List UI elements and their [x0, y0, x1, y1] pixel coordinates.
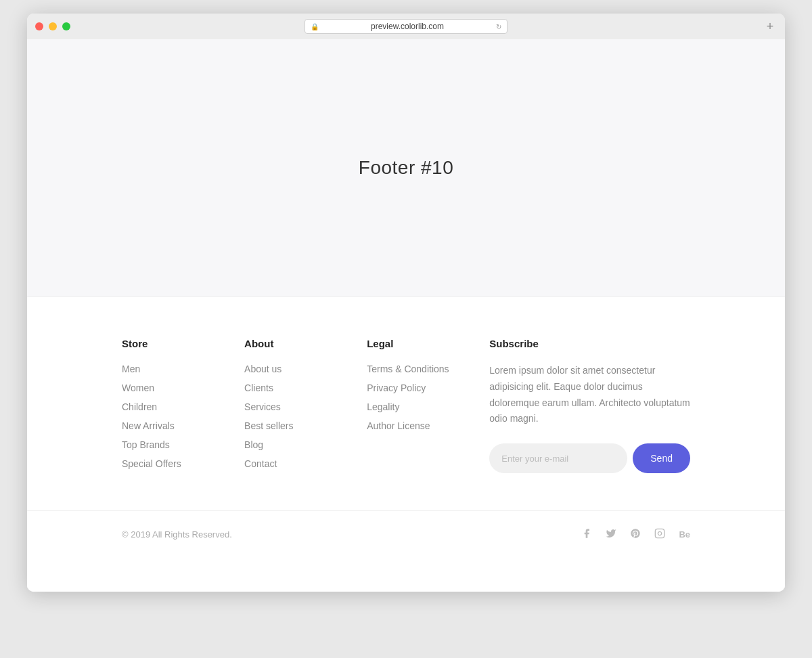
footer-bottom: © 2019 All Rights Reserved. Be — [27, 510, 785, 558]
address-bar: 🔒 preview.colorlib.com ↻ — [304, 19, 508, 34]
footer-columns: Store Men Women Children New Arrivals To… — [27, 338, 785, 477]
list-item: Special Offers — [122, 458, 244, 470]
maximize-dot[interactable] — [62, 22, 70, 30]
store-link-top-brands[interactable]: Top Brands — [122, 439, 170, 450]
about-link-about-us[interactable]: About us — [244, 364, 281, 374]
social-links: Be — [581, 528, 690, 541]
list-item: Blog — [244, 439, 367, 451]
subscribe-form: Send — [489, 443, 690, 473]
facebook-link[interactable] — [581, 528, 592, 541]
store-heading: Store — [122, 338, 244, 349]
subscribe-description: Lorem ipsum dolor sit amet consectetur a… — [489, 363, 690, 427]
footer: Store Men Women Children New Arrivals To… — [27, 297, 785, 592]
list-item: Men — [122, 363, 244, 375]
subscribe-column: Subscribe Lorem ipsum dolor sit amet con… — [489, 338, 690, 477]
about-link-services[interactable]: Services — [244, 401, 281, 412]
list-item: Women — [122, 382, 244, 394]
pinterest-link[interactable] — [630, 528, 641, 541]
svg-rect-0 — [656, 529, 664, 538]
new-tab-button[interactable]: + — [763, 20, 777, 33]
about-heading: About — [244, 338, 367, 349]
legal-links: Terms & Conditions Privacy Policy Legali… — [367, 363, 489, 432]
list-item: Legality — [367, 401, 489, 413]
list-item: Privacy Policy — [367, 382, 489, 394]
page-title: Footer #10 — [359, 157, 453, 179]
url-text: preview.colorlib.com — [321, 22, 493, 31]
about-column: About About us Clients Services Best sel… — [244, 338, 367, 477]
list-item: New Arrivals — [122, 420, 244, 432]
close-dot[interactable] — [35, 22, 43, 30]
about-link-clients[interactable]: Clients — [244, 382, 273, 393]
store-links: Men Women Children New Arrivals Top Bran… — [122, 363, 244, 470]
list-item: Best sellers — [244, 420, 367, 432]
legal-heading: Legal — [367, 338, 489, 349]
behance-link[interactable]: Be — [679, 529, 690, 540]
legal-column: Legal Terms & Conditions Privacy Policy … — [367, 338, 489, 477]
about-link-best-sellers[interactable]: Best sellers — [244, 420, 293, 431]
list-item: Children — [122, 401, 244, 413]
store-link-new-arrivals[interactable]: New Arrivals — [122, 420, 175, 431]
store-column: Store Men Women Children New Arrivals To… — [122, 338, 244, 477]
legal-link-author[interactable]: Author License — [367, 420, 430, 431]
legal-link-terms[interactable]: Terms & Conditions — [367, 364, 449, 374]
copyright-text: © 2019 All Rights Reserved. — [122, 529, 232, 540]
page-content: Footer #10 Store Men Women Children New … — [27, 39, 785, 592]
store-link-men[interactable]: Men — [122, 364, 140, 374]
list-item: About us — [244, 363, 367, 375]
instagram-link[interactable] — [654, 528, 665, 541]
main-area: Footer #10 — [27, 39, 785, 297]
footer-spacer — [27, 558, 785, 592]
legal-link-privacy[interactable]: Privacy Policy — [367, 382, 426, 393]
browser-window: 🔒 preview.colorlib.com ↻ + Footer #10 St… — [27, 14, 785, 592]
store-link-special-offers[interactable]: Special Offers — [122, 458, 181, 469]
twitter-link[interactable] — [606, 528, 616, 541]
about-links: About us Clients Services Best sellers B… — [244, 363, 367, 470]
refresh-icon[interactable]: ↻ — [496, 23, 501, 30]
subscribe-heading: Subscribe — [489, 338, 690, 349]
title-bar: 🔒 preview.colorlib.com ↻ + — [27, 14, 785, 39]
store-link-women[interactable]: Women — [122, 382, 154, 393]
about-link-blog[interactable]: Blog — [244, 439, 263, 450]
list-item: Top Brands — [122, 439, 244, 451]
list-item: Services — [244, 401, 367, 413]
legal-link-legality[interactable]: Legality — [367, 401, 399, 412]
send-button[interactable]: Send — [633, 443, 690, 473]
minimize-dot[interactable] — [49, 22, 57, 30]
list-item: Contact — [244, 458, 367, 470]
store-link-children[interactable]: Children — [122, 401, 157, 412]
list-item: Terms & Conditions — [367, 363, 489, 375]
email-input[interactable] — [489, 443, 627, 473]
list-item: Author License — [367, 420, 489, 432]
lock-icon: 🔒 — [311, 23, 319, 30]
about-link-contact[interactable]: Contact — [244, 458, 277, 469]
list-item: Clients — [244, 382, 367, 394]
